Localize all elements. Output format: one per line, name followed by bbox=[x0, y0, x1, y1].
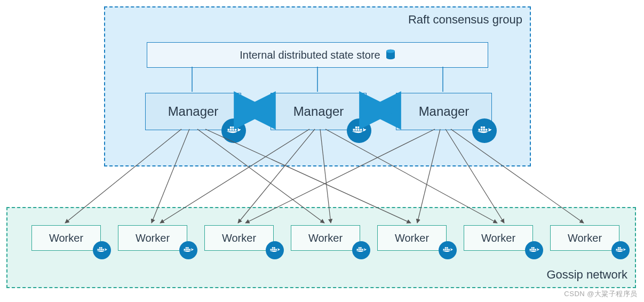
svg-rect-52 bbox=[357, 129, 360, 131]
docker-whale-icon bbox=[439, 241, 457, 259]
svg-rect-26 bbox=[447, 249, 448, 250]
svg-rect-48 bbox=[230, 126, 232, 129]
svg-rect-39 bbox=[621, 249, 623, 250]
worker-label: Worker bbox=[136, 232, 170, 244]
svg-rect-24 bbox=[443, 249, 445, 250]
svg-rect-35 bbox=[533, 247, 535, 249]
svg-rect-28 bbox=[445, 247, 447, 249]
raft-consensus-group: Raft consensus group Internal distribute… bbox=[104, 6, 531, 166]
svg-rect-40 bbox=[618, 247, 619, 249]
docker-whale-icon bbox=[611, 241, 630, 259]
svg-rect-15 bbox=[275, 249, 277, 250]
docker-whale-icon bbox=[352, 241, 370, 259]
svg-rect-18 bbox=[357, 249, 359, 250]
svg-rect-16 bbox=[272, 247, 274, 249]
svg-rect-19 bbox=[359, 249, 360, 250]
svg-rect-59 bbox=[486, 129, 488, 131]
worker-node-2: Worker bbox=[118, 225, 187, 251]
svg-rect-7 bbox=[186, 249, 187, 250]
svg-rect-20 bbox=[360, 249, 362, 250]
svg-rect-61 bbox=[483, 126, 485, 129]
worker-node-3: Worker bbox=[204, 225, 274, 251]
worker-label: Worker bbox=[222, 232, 256, 244]
svg-point-43 bbox=[386, 50, 395, 53]
svg-rect-57 bbox=[481, 129, 483, 131]
svg-rect-41 bbox=[619, 247, 621, 249]
svg-rect-50 bbox=[353, 129, 355, 131]
svg-rect-22 bbox=[359, 247, 360, 249]
docker-whale-icon bbox=[347, 118, 371, 143]
gossip-network-label: Gossip network bbox=[546, 268, 627, 282]
raft-consensus-label: Raft consensus group bbox=[408, 13, 522, 27]
manager-label: Manager bbox=[168, 104, 219, 119]
svg-rect-6 bbox=[184, 249, 186, 250]
manager-label: Manager bbox=[293, 104, 344, 119]
svg-rect-54 bbox=[355, 126, 357, 129]
svg-rect-47 bbox=[235, 129, 237, 131]
state-store-label: Internal distributed state store bbox=[240, 49, 380, 61]
svg-rect-29 bbox=[447, 247, 448, 249]
svg-rect-4 bbox=[99, 247, 101, 249]
docker-whale-icon bbox=[221, 118, 246, 143]
svg-rect-10 bbox=[186, 247, 187, 249]
docker-whale-icon bbox=[179, 241, 197, 259]
worker-label: Worker bbox=[308, 232, 343, 244]
database-icon bbox=[386, 49, 395, 61]
svg-rect-58 bbox=[483, 129, 485, 131]
worker-node-1: Worker bbox=[31, 225, 101, 251]
svg-rect-12 bbox=[271, 249, 272, 250]
worker-node-4: Worker bbox=[291, 225, 360, 251]
svg-rect-60 bbox=[481, 126, 483, 129]
docker-whale-icon bbox=[472, 118, 497, 143]
gossip-network-group: Gossip network Worker Worker Worker Work… bbox=[6, 207, 636, 288]
docker-whale-icon bbox=[93, 241, 111, 259]
worker-label: Worker bbox=[568, 232, 602, 244]
state-store-box: Internal distributed state store bbox=[147, 42, 488, 68]
worker-node-7: Worker bbox=[550, 225, 619, 251]
svg-rect-30 bbox=[530, 249, 531, 250]
svg-rect-1 bbox=[99, 249, 101, 250]
worker-node-5: Worker bbox=[377, 225, 447, 251]
diagram-canvas: Gossip network Worker Worker Worker Work… bbox=[0, 0, 644, 302]
svg-rect-11 bbox=[187, 247, 189, 249]
svg-rect-0 bbox=[98, 249, 99, 250]
svg-rect-23 bbox=[360, 247, 362, 249]
svg-rect-36 bbox=[616, 249, 618, 250]
svg-rect-25 bbox=[445, 249, 447, 250]
svg-rect-17 bbox=[274, 247, 275, 249]
worker-node-6: Worker bbox=[464, 225, 533, 251]
svg-rect-53 bbox=[360, 129, 362, 131]
watermark-text: CSDN @大粱子程序员 bbox=[564, 289, 638, 299]
svg-rect-13 bbox=[272, 249, 274, 250]
manager-label: Manager bbox=[419, 104, 470, 119]
svg-rect-8 bbox=[187, 249, 189, 250]
svg-rect-34 bbox=[531, 247, 533, 249]
svg-rect-3 bbox=[102, 249, 104, 250]
worker-label: Worker bbox=[49, 232, 83, 244]
svg-rect-2 bbox=[101, 249, 102, 250]
svg-rect-45 bbox=[230, 129, 232, 131]
svg-rect-44 bbox=[228, 129, 230, 131]
svg-rect-51 bbox=[355, 129, 357, 131]
svg-rect-37 bbox=[618, 249, 619, 250]
svg-rect-46 bbox=[232, 129, 234, 131]
svg-rect-55 bbox=[357, 126, 360, 129]
svg-rect-9 bbox=[189, 249, 190, 250]
svg-rect-38 bbox=[619, 249, 621, 250]
svg-rect-56 bbox=[479, 129, 481, 131]
worker-label: Worker bbox=[481, 232, 515, 244]
svg-rect-49 bbox=[232, 126, 234, 129]
svg-rect-5 bbox=[101, 247, 102, 249]
svg-rect-33 bbox=[535, 249, 536, 250]
svg-rect-31 bbox=[531, 249, 533, 250]
svg-rect-14 bbox=[274, 249, 275, 250]
docker-whale-icon bbox=[266, 241, 284, 259]
svg-rect-32 bbox=[533, 249, 535, 250]
worker-label: Worker bbox=[395, 232, 429, 244]
svg-rect-21 bbox=[362, 249, 363, 250]
docker-whale-icon bbox=[525, 241, 543, 259]
svg-rect-27 bbox=[448, 249, 450, 250]
